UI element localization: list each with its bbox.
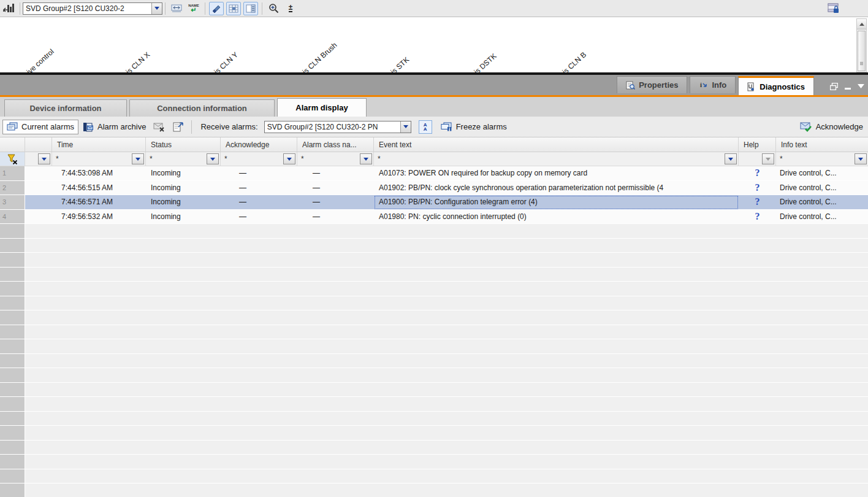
help-question-icon[interactable]: ? bbox=[739, 211, 776, 222]
alarm-info-text[interactable]: Drive control, C... bbox=[776, 181, 868, 196]
tab-info[interactable]: i Info bbox=[690, 76, 736, 93]
alarm-event-text[interactable]: A01902: PB/PN: clock cycle synchronous o… bbox=[374, 181, 739, 196]
alarm-help-cell[interactable]: ? bbox=[739, 181, 776, 196]
archive-view-toggle[interactable]: AA bbox=[419, 120, 432, 134]
filter-dropdown[interactable] bbox=[132, 153, 144, 164]
alarm-class[interactable]: — bbox=[297, 195, 374, 210]
alarm-row[interactable]: 47:49:56:532 AMIncoming——A01980: PN: cyc… bbox=[0, 210, 868, 225]
scrollbar-thumb[interactable] bbox=[858, 31, 866, 71]
current-alarms-button[interactable]: Current alarms bbox=[2, 120, 78, 134]
row-icon-cell bbox=[25, 166, 52, 181]
header-info-text[interactable]: Info text bbox=[776, 137, 868, 152]
filter-info-text[interactable]: * bbox=[776, 152, 868, 166]
alarm-time[interactable]: 7:44:56:515 AM bbox=[52, 181, 146, 196]
collapse-pane-icon[interactable] bbox=[844, 83, 851, 90]
alarm-row[interactable]: 27:44:56:515 AMIncoming——A01902: PB/PN: … bbox=[0, 181, 868, 196]
alarm-help-cell[interactable]: ? bbox=[739, 210, 776, 225]
filter-status[interactable]: * bbox=[146, 152, 221, 166]
scrollbar-grip bbox=[860, 61, 863, 66]
header-event-text[interactable]: Event text bbox=[374, 137, 739, 152]
alarm-status[interactable]: Incoming bbox=[146, 210, 221, 225]
clear-archive-button[interactable] bbox=[150, 122, 169, 132]
parameter-name-icon[interactable]: NAME ↵ bbox=[186, 2, 201, 15]
receive-alarms-dropdown[interactable]: SVD Group#2 [S120 CU320-2 PN bbox=[264, 121, 411, 133]
tab-diagnostics[interactable]: Diagnostics bbox=[738, 76, 814, 95]
chevron-down-icon[interactable] bbox=[858, 84, 864, 89]
vertical-scrollbar[interactable] bbox=[856, 18, 867, 72]
filter-dropdown[interactable] bbox=[725, 153, 737, 164]
alarm-info-text[interactable]: Drive control, C... bbox=[776, 210, 868, 225]
alarm-archive-button[interactable]: Alarm archive bbox=[78, 122, 150, 132]
help-question-icon[interactable]: ? bbox=[739, 182, 776, 193]
alarm-row[interactable]: 37:44:56:571 AMIncoming——A01900: PB/PN: … bbox=[0, 195, 868, 210]
empty-row bbox=[0, 397, 868, 412]
alarm-time[interactable]: 7:44:56:571 AM bbox=[52, 195, 146, 210]
empty-row bbox=[0, 354, 868, 369]
zoom-icon[interactable] bbox=[266, 2, 281, 15]
alarm-info-text[interactable]: Drive control, C... bbox=[776, 166, 868, 181]
tab-alarm-display[interactable]: Alarm display bbox=[277, 98, 367, 117]
alarm-help-cell[interactable]: ? bbox=[739, 195, 776, 210]
alarm-status[interactable]: Incoming bbox=[146, 195, 221, 210]
alarm-event-text[interactable]: A01980: PN: cyclic connection interrupte… bbox=[374, 210, 739, 225]
edit-mode-icon[interactable] bbox=[209, 2, 224, 15]
header-time[interactable]: Time bbox=[52, 137, 146, 152]
float-window-icon[interactable] bbox=[830, 83, 838, 90]
filter-dropdown[interactable] bbox=[360, 153, 372, 164]
header-status[interactable]: Status bbox=[146, 137, 221, 152]
header-alarm-class[interactable]: Alarm class na... bbox=[297, 137, 374, 152]
alarm-info-text[interactable]: Drive control, C... bbox=[776, 195, 868, 210]
filter-value: * bbox=[224, 155, 227, 163]
tab-properties[interactable]: Properties bbox=[617, 76, 687, 93]
alarm-row[interactable]: 17:44:53:098 AMIncoming——A01073: POWER O… bbox=[0, 166, 868, 181]
alarm-time[interactable]: 7:44:53:098 AM bbox=[52, 166, 146, 181]
filter-time[interactable]: * bbox=[52, 152, 146, 166]
filter-dropdown[interactable] bbox=[38, 153, 50, 164]
device-selector-arrow[interactable] bbox=[151, 3, 162, 14]
zoom-keep-icon[interactable]: ± bbox=[283, 2, 298, 15]
empty-row-body bbox=[25, 296, 868, 311]
filter-icon-col[interactable] bbox=[25, 152, 52, 166]
help-question-icon[interactable]: ? bbox=[739, 168, 776, 179]
header-acknowledge[interactable]: Acknowledge bbox=[221, 137, 297, 152]
alarm-class[interactable]: — bbox=[297, 181, 374, 196]
alarm-acknowledge[interactable]: — bbox=[221, 210, 297, 225]
alarm-event-text[interactable]: A01900: PB/PN: Configuration telegram er… bbox=[374, 195, 739, 210]
column-view-icon[interactable] bbox=[243, 2, 258, 15]
alarm-status[interactable]: Incoming bbox=[146, 166, 221, 181]
width-glyph bbox=[171, 4, 182, 13]
alarm-time[interactable]: 7:49:56:532 AM bbox=[52, 210, 146, 225]
alarm-acknowledge[interactable]: — bbox=[221, 195, 297, 210]
alarm-status[interactable]: Incoming bbox=[146, 181, 221, 196]
grid-view-icon[interactable] bbox=[226, 2, 241, 15]
help-question-icon[interactable]: ? bbox=[739, 196, 776, 207]
function-view-nav-icon[interactable] bbox=[1, 2, 16, 15]
window-lock-icon[interactable] bbox=[826, 2, 841, 15]
filter-dropdown[interactable] bbox=[855, 153, 867, 164]
filter-event-text[interactable]: * bbox=[374, 152, 739, 166]
alarm-class[interactable]: — bbox=[297, 166, 374, 181]
filter-dropdown[interactable] bbox=[283, 153, 295, 164]
freeze-alarms-button[interactable]: Freeze alarms bbox=[437, 122, 511, 131]
tab-device-information[interactable]: Device information bbox=[4, 99, 127, 117]
alarm-class[interactable]: — bbox=[297, 210, 374, 225]
receive-alarms-arrow[interactable] bbox=[400, 121, 411, 133]
scroll-up-button[interactable] bbox=[857, 19, 866, 29]
alarm-help-cell[interactable]: ? bbox=[739, 166, 776, 181]
axis-label: is STK bbox=[389, 55, 411, 72]
filter-acknowledge[interactable]: * bbox=[221, 152, 297, 166]
filter-dropdown[interactable] bbox=[207, 153, 219, 164]
export-archive-button[interactable] bbox=[169, 121, 188, 132]
filter-alarm-class[interactable]: * bbox=[297, 152, 374, 166]
device-selector-dropdown[interactable]: SVD Group#2 [S120 CU320-2 bbox=[23, 2, 162, 15]
header-help[interactable]: Help bbox=[739, 137, 776, 152]
alarm-acknowledge[interactable]: — bbox=[221, 181, 297, 196]
tab-connection-information[interactable]: Connection information bbox=[129, 99, 275, 117]
acknowledge-button[interactable]: Acknowledge bbox=[800, 121, 863, 132]
alarm-event-text[interactable]: A01073: POWER ON required for backup cop… bbox=[374, 166, 739, 181]
empty-row-body bbox=[25, 339, 868, 354]
columns-glyph bbox=[246, 4, 256, 13]
alarm-acknowledge[interactable]: — bbox=[221, 166, 297, 181]
column-width-icon[interactable] bbox=[169, 2, 184, 15]
clear-filter-button[interactable] bbox=[0, 152, 25, 166]
